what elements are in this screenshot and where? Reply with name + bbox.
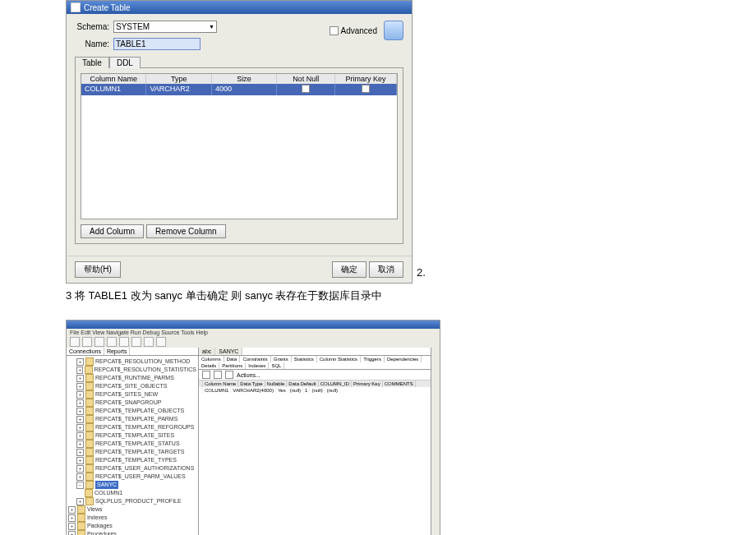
- sql-developer-window: File Edit View Navigate Run Debug Source…: [66, 320, 440, 535]
- content-area: abc SANYC ColumnsDataConstraintsGrantsSt…: [199, 348, 431, 535]
- help-button[interactable]: 帮助(H): [75, 261, 121, 278]
- tree-folder[interactable]: +Procedures: [68, 530, 196, 535]
- tree-node[interactable]: +REPCAT$_SITES_NEW: [76, 390, 196, 399]
- window-titlebar: [67, 321, 440, 329]
- detail-tab[interactable]: Details: [199, 362, 219, 369]
- detail-tab[interactable]: Statistics: [292, 356, 317, 362]
- cancel-button[interactable]: 取消: [369, 261, 403, 278]
- action-icon[interactable]: [202, 371, 210, 379]
- detail-tab[interactable]: Constraints: [240, 356, 270, 362]
- detail-tab[interactable]: Data: [224, 356, 241, 362]
- detail-tab[interactable]: Grants: [271, 356, 292, 362]
- tool-icon[interactable]: [119, 337, 129, 347]
- menu-bar[interactable]: File Edit View Navigate Run Debug Source…: [67, 329, 440, 336]
- detail-tabs: ColumnsDataConstraintsGrantsStatisticsCo…: [199, 356, 431, 370]
- add-column-button[interactable]: Add Column: [81, 224, 144, 238]
- tool-icon[interactable]: [156, 337, 166, 347]
- pk-checkbox[interactable]: [362, 85, 370, 93]
- chevron-down-icon: ▼: [209, 24, 214, 30]
- tree-leaf[interactable]: COLUMN1: [85, 489, 196, 497]
- detail-tab[interactable]: Column Statistics: [317, 356, 361, 362]
- detail-tab[interactable]: Partitions: [219, 362, 246, 369]
- toolbar: [67, 336, 440, 348]
- step-2-label: 2.: [417, 266, 426, 279]
- right-margin: [431, 348, 440, 535]
- notnull-checkbox[interactable]: [302, 85, 310, 93]
- schema-combo[interactable]: SYSTEM ▼: [113, 21, 217, 33]
- tree-node[interactable]: +REPCAT$_SNAPGROUP: [76, 399, 196, 407]
- step-3-text: 3 将 TABLE1 改为 sanyc 单击确定 则 sanyc 表存在于数据库…: [66, 288, 756, 303]
- schema-label: Schema:: [75, 22, 109, 31]
- tool-icon[interactable]: [82, 337, 92, 347]
- data-row[interactable]: COLUMN1VARCHAR2(4000)Yes(null)1(null)(nu…: [199, 387, 431, 394]
- tab-reports[interactable]: Reports: [104, 348, 131, 355]
- tree-node[interactable]: +REPCAT$_TEMPLATE_TARGETS: [76, 448, 196, 456]
- tree-node[interactable]: +REPCAT$_USER_PARM_VALUES: [76, 473, 196, 481]
- tab-connections[interactable]: Connections: [67, 348, 104, 355]
- detail-tab[interactable]: Indexes: [246, 362, 269, 369]
- name-label: Name:: [75, 39, 109, 48]
- tree-node[interactable]: +REPCAT$_TEMPLATE_TYPES: [76, 456, 196, 464]
- tree-node-selected[interactable]: −SANYC: [76, 481, 196, 489]
- tool-icon[interactable]: [70, 337, 80, 347]
- detail-tab[interactable]: SQL: [269, 362, 284, 369]
- ok-button[interactable]: 确定: [332, 261, 366, 278]
- actions-dropdown[interactable]: Actions...: [237, 372, 260, 378]
- detail-tab[interactable]: Columns: [199, 356, 224, 362]
- detail-tab[interactable]: Triggers: [361, 356, 385, 362]
- tree-node[interactable]: +REPCAT$_TEMPLATE_REFGROUPS: [76, 423, 196, 431]
- col-header-name: Column Name: [81, 74, 146, 84]
- dialog-titlebar: Create Table: [67, 1, 412, 14]
- col-header-type: Type: [146, 74, 211, 84]
- tree-node[interactable]: +REPCAT$_TEMPLATE_SITES: [76, 431, 196, 440]
- tree-node[interactable]: +REPCAT$_RUNTIME_PARMS: [76, 374, 196, 382]
- database-icon: [384, 21, 403, 40]
- col-header-size: Size: [212, 74, 277, 84]
- tree-folder[interactable]: +Packages: [68, 522, 196, 530]
- data-header: Column NameData TypeNullableData Default…: [199, 380, 431, 387]
- detail-tab[interactable]: Dependencies: [385, 356, 422, 362]
- checkbox-icon: [330, 26, 339, 35]
- grid-empty-area: [81, 95, 397, 219]
- tree-node[interactable]: +REPCAT$_TEMPLATE_OBJECTS: [76, 407, 196, 415]
- table-row[interactable]: COLUMN1 VARCHAR2 4000: [81, 84, 397, 95]
- tree-node[interactable]: +SQLPLUS_PRODUCT_PROFILE: [76, 497, 196, 505]
- tree-node[interactable]: +REPCAT$_RESOLUTION_METHOD: [76, 357, 196, 366]
- action-icon[interactable]: [214, 371, 222, 379]
- object-tree[interactable]: +REPCAT$_RESOLUTION_METHOD+REPCAT$_RESOL…: [67, 356, 198, 535]
- tree-folder[interactable]: +Views: [68, 505, 196, 514]
- tool-icon[interactable]: [131, 337, 141, 347]
- tree-node[interactable]: +REPCAT$_USER_AUTHORIZATIONS: [76, 464, 196, 473]
- tool-icon[interactable]: [144, 337, 154, 347]
- content-tab[interactable]: abc: [199, 348, 215, 355]
- create-table-dialog: Create Table Schema: SYSTEM ▼ Name: TABL…: [66, 0, 413, 284]
- advanced-checkbox[interactable]: Advanced: [330, 26, 377, 35]
- tree-node[interactable]: +REPCAT$_RESOLUTION_STATISTICS: [76, 366, 196, 374]
- tab-ddl[interactable]: DDL: [109, 57, 141, 68]
- content-tab[interactable]: SANYC: [215, 348, 242, 355]
- tree-folder[interactable]: +Indexes: [68, 514, 196, 522]
- columns-grid: Column Name Type Size Not Null Primary K…: [81, 73, 398, 219]
- dialog-title: Create Table: [84, 3, 131, 12]
- remove-column-button[interactable]: Remove Column: [146, 224, 225, 238]
- col-header-notnull: Not Null: [277, 74, 335, 84]
- table-icon: [71, 2, 81, 12]
- name-input[interactable]: TABLE1: [113, 38, 201, 50]
- col-header-pk: Primary Key: [335, 74, 397, 84]
- tree-node[interactable]: +REPCAT$_TEMPLATE_STATUS: [76, 440, 196, 448]
- tab-table[interactable]: Table: [75, 57, 109, 68]
- tool-icon[interactable]: [107, 337, 117, 347]
- tree-node[interactable]: +REPCAT$_SITE_OBJECTS: [76, 382, 196, 390]
- sidebar: Connections Reports +REPCAT$_RESOLUTION_…: [67, 348, 199, 535]
- tool-icon[interactable]: [94, 337, 104, 347]
- tree-node[interactable]: +REPCAT$_TEMPLATE_PARMS: [76, 415, 196, 423]
- action-icon[interactable]: [225, 371, 233, 379]
